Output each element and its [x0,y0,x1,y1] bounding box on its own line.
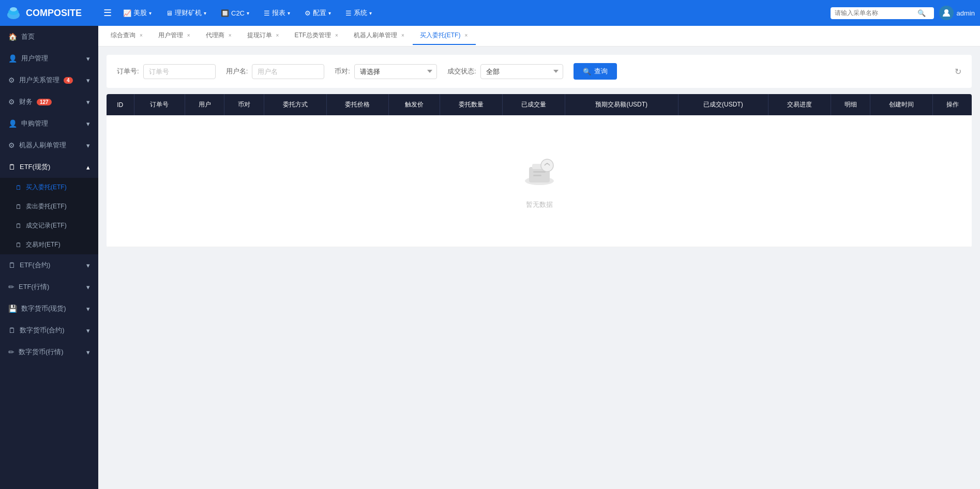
sidebar-item-home[interactable]: 🏠 首页 [0,26,98,48]
top-nav: COMPOSITE ☰ 📈 美股 ▾ 🖥 理财矿机 ▾ 🔲 C2C ▾ ☰ 报表… [0,0,980,26]
sidebar-item-digital-contract[interactable]: 🗒 数字货币(合约) ▾ [0,319,98,341]
svg-point-3 [944,9,948,13]
svg-point-7 [541,159,553,172]
page-content: 订单号: 用户名: 币对: 请选择 成交状态: 全部 未成交 部分成交 全部成 [98,47,980,489]
sidebar-item-user-rel[interactable]: ⚙ 用户关系管理 4 ▾ [0,69,98,91]
sub-trade-record-icon: 🗒 [16,222,22,230]
sidebar-robot-mgmt-label: 机器人刷单管理 [19,141,66,150]
col-delegate-method: 委托方式 [264,94,326,115]
tab-robot-order-close[interactable]: × [400,32,405,39]
tab-buy-etf-close[interactable]: × [463,32,469,39]
main-area: 综合查询 × 用户管理 × 代理商 × 提现订单 × ETF总类管理 × 机器人… [98,26,980,489]
tab-user-mgmt-close[interactable]: × [186,32,191,39]
global-search-input[interactable] [835,9,917,17]
sidebar-item-apply-mgmt[interactable]: 👤 申购管理 ▾ [0,113,98,134]
sidebar-finance-label: 财务 [19,97,33,106]
tab-withdraw[interactable]: 提现订单 × [240,27,288,45]
sub-trade-record-etf[interactable]: 🗒 成交记录(ETF) [0,216,98,235]
system-arrow: ▾ [369,10,372,16]
query-icon: 🔍 [583,68,591,75]
robot-mgmt-arrow: ▾ [86,142,90,149]
hamburger-icon[interactable]: ☰ [103,7,112,19]
sub-buy-etf-label: 买入委托(ETF) [26,183,67,192]
etf-contract-icon: 🗒 [8,261,16,269]
sidebar-item-robot-mgmt[interactable]: ⚙ 机器人刷单管理 ▾ [0,134,98,156]
sidebar-item-digital-spot[interactable]: 💾 数字货币(现货) ▾ [0,298,98,319]
main-table: ID 订单号 用户 币对 委托方式 委托价格 触发价 委托数量 已成交量 预期交… [107,94,972,247]
nav-config[interactable]: ⚙ 配置 ▾ [298,5,337,21]
user-rel-arrow: ▾ [86,77,90,84]
tab-overview-close[interactable]: × [139,32,144,39]
sidebar-digital-contract-label: 数字货币(合约) [20,326,65,335]
nav-mining[interactable]: 🖥 理财矿机 ▾ [160,5,213,21]
tab-user-mgmt[interactable]: 用户管理 × [151,27,199,45]
sidebar-item-finance[interactable]: ⚙ 财务 127 ▾ [0,91,98,113]
tab-withdraw-label: 提现订单 [247,31,272,40]
trade-status-group: 成交状态: 全部 未成交 部分成交 全部成交 已撤销 [447,64,563,79]
apply-mgmt-arrow: ▾ [86,120,90,128]
svg-rect-9 [533,171,546,173]
svg-point-2 [10,7,17,11]
config-icon: ⚙ [305,9,311,17]
sidebar-item-user-mgmt[interactable]: 👤 用户管理 ▾ [0,48,98,69]
nav-stocks[interactable]: 📈 美股 ▾ [117,5,158,21]
col-trade-progress: 交易进度 [768,94,831,115]
nav-reports[interactable]: ☰ 报表 ▾ [258,5,296,21]
reports-arrow: ▾ [288,10,290,16]
order-no-input[interactable] [143,64,216,79]
refresh-icon[interactable]: ↻ [955,67,961,77]
col-currency-pair: 币对 [224,94,264,115]
tab-agent[interactable]: 代理商 × [199,27,240,45]
sidebar-item-etf-contract[interactable]: 🗒 ETF(合约) ▾ [0,254,98,276]
nav-system-label: 系统 [354,8,367,18]
table-head: ID 订单号 用户 币对 委托方式 委托价格 触发价 委托数量 已成交量 预期交… [107,94,972,115]
nav-system[interactable]: ☰ 系统 ▾ [339,5,378,21]
app-name: COMPOSITE [26,8,82,19]
tab-robot-order[interactable]: 机器人刷单管理 × [346,27,413,45]
username-label: 用户名: [226,67,248,76]
user-area[interactable]: admin [939,6,975,20]
digital-market-arrow: ▾ [86,348,90,356]
sub-trade-pair-icon: 🗒 [16,241,22,249]
col-create-time: 创建时间 [870,94,933,115]
tab-agent-label: 代理商 [206,31,224,40]
username-input[interactable] [252,64,324,79]
tab-buy-etf[interactable]: 买入委托(ETF) × [413,27,476,45]
empty-row: 暂无数据 [107,115,972,247]
sidebar-item-digital-market[interactable]: ✏ 数字货币(行情) ▾ [0,341,98,363]
trade-status-select[interactable]: 全部 未成交 部分成交 全部成交 已撤销 [480,64,563,79]
etf-spot-arrow: ▴ [86,163,90,171]
tab-etf-all[interactable]: ETF总类管理 × [287,27,346,45]
sidebar-item-etf-market[interactable]: ✏ ETF(行情) ▾ [0,276,98,298]
user-rel-icon: ⚙ [8,76,15,84]
sidebar-user-rel-label: 用户关系管理 [19,75,59,85]
digital-spot-arrow: ▾ [86,305,90,313]
empty-state: 暂无数据 [111,121,968,240]
tab-overview[interactable]: 综合查询 × [103,27,151,45]
sidebar-digital-spot-label: 数字货币(现货) [21,304,66,313]
finance-badge: 127 [37,99,52,105]
sub-trade-pair-etf[interactable]: 🗒 交易对(ETF) [0,235,98,254]
tab-agent-close[interactable]: × [228,32,233,39]
filter-bar: 订单号: 用户名: 币对: 请选择 成交状态: 全部 未成交 部分成交 全部成 [107,55,972,88]
sidebar-item-etf-spot[interactable]: 🗒 ETF(现货) ▴ [0,156,98,178]
query-button[interactable]: 🔍 查询 [574,63,617,80]
col-detail: 明细 [831,94,870,115]
sub-buy-etf[interactable]: 🗒 买入委托(ETF) [0,178,98,197]
tab-overview-label: 综合查询 [111,31,135,40]
nav-c2c[interactable]: 🔲 C2C ▾ [215,6,255,20]
logo-icon [5,5,22,21]
etf-spot-submenu: 🗒 买入委托(ETF) 🗒 卖出委托(ETF) 🗒 成交记录(ETF) 🗒 交易… [0,178,98,254]
currency-pair-select[interactable]: 请选择 [354,64,437,79]
apply-mgmt-icon: 👤 [8,119,17,128]
sub-sell-etf[interactable]: 🗒 卖出委托(ETF) [0,197,98,216]
user-mgmt-icon: 👤 [8,54,17,63]
robot-mgmt-icon: ⚙ [8,141,15,149]
logo-area: COMPOSITE [5,5,103,21]
global-search-icon[interactable]: 🔍 [917,9,926,17]
tab-withdraw-close[interactable]: × [275,32,280,39]
username-label: admin [957,9,975,17]
system-icon: ☰ [345,9,352,17]
col-id: ID [107,94,134,115]
tab-etf-all-close[interactable]: × [334,32,339,39]
